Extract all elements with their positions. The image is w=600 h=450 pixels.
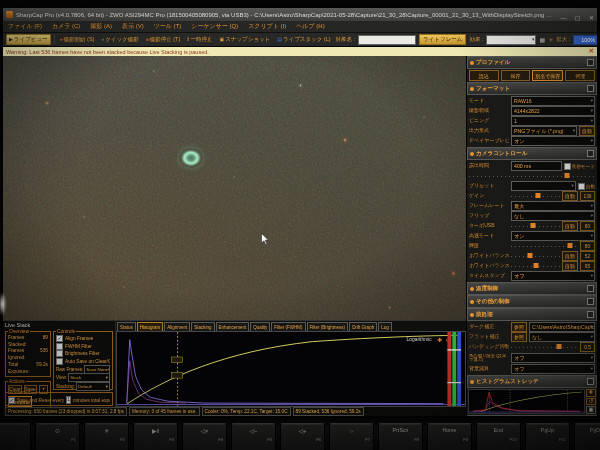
grid-icon[interactable]: ▦ — [539, 37, 545, 43]
slider-thumb[interactable] — [565, 173, 570, 178]
collapse-icon[interactable] — [587, 285, 594, 292]
move-icon[interactable]: ✚ — [438, 337, 443, 343]
collapse-icon[interactable] — [587, 85, 594, 92]
key-f4[interactable]: ◁×F4 — [182, 423, 227, 450]
file-path-value[interactable]: なし — [529, 332, 595, 342]
checkbox-brightness-filter[interactable]: Brightness Filter — [56, 350, 110, 358]
auto-button[interactable]: 自動 — [579, 126, 595, 136]
section-header-6[interactable]: ヒストグラムストレッチ — [467, 375, 597, 388]
setting-slider[interactable] — [469, 172, 595, 180]
slider-thumb[interactable] — [557, 344, 562, 349]
section-header-0[interactable]: プロファイル — [467, 56, 597, 69]
minutes-stepper[interactable]: 1 — [66, 396, 71, 404]
key-f8[interactable]: PrtScnF8 — [378, 423, 423, 450]
tab-drift-graph[interactable]: Drift Graph — [349, 322, 377, 331]
start-capture-button[interactable]: ●撮影開始 (S) — [58, 35, 97, 44]
stack-histogram[interactable]: Logarithmic ✚ ↺ — [116, 331, 466, 407]
browse-button[interactable]: 参照 — [511, 322, 527, 332]
green-level-bar[interactable] — [452, 332, 456, 406]
key-f11[interactable]: PgUpF11 — [525, 423, 570, 450]
apply-to-display-icon[interactable]: ▣ — [586, 406, 596, 414]
profile-button-2[interactable]: 別名で保存 — [532, 70, 563, 81]
menu-item-4[interactable]: ツール (T) — [154, 22, 182, 31]
setting-select[interactable]: 4144x2822 — [511, 106, 595, 116]
reticle-icon[interactable]: ✳ — [548, 37, 553, 43]
setting-input[interactable]: 400 ms — [511, 161, 562, 171]
level-slider-handle[interactable] — [447, 382, 461, 383]
setting-select[interactable]: RAW16 — [511, 96, 595, 106]
setting-select[interactable]: PNGファイル (*.png) — [511, 126, 577, 136]
auto-button[interactable]: 自動 — [562, 251, 578, 261]
key-f5[interactable]: ◁−F5 — [231, 423, 276, 450]
red-level-bar[interactable] — [447, 332, 451, 406]
target-name-input[interactable] — [358, 35, 416, 45]
slider-thumb[interactable] — [567, 243, 572, 248]
slider-thumb[interactable] — [535, 193, 540, 198]
checkbox-box[interactable] — [56, 350, 63, 357]
profile-button-3[interactable]: 管理 — [565, 70, 595, 81]
menu-item-1[interactable]: カメラ (C) — [52, 22, 80, 31]
tab-status[interactable]: Status — [117, 322, 136, 331]
collapse-icon[interactable] — [587, 298, 594, 305]
live-stack-button[interactable]: ▤ライブスタック (L) — [275, 35, 332, 44]
setting-select[interactable]: オフ — [511, 353, 595, 363]
menu-item-6[interactable]: スクリプト (I) — [248, 22, 286, 31]
setting-checkbox[interactable]: 自動 — [578, 183, 595, 190]
close-button[interactable]: ✕ — [589, 15, 594, 21]
level-slider-handle[interactable] — [447, 349, 461, 350]
slider-thumb[interactable] — [534, 263, 539, 268]
minimize-button[interactable]: — — [560, 15, 566, 21]
section-header-4[interactable]: その他の制御 — [467, 295, 597, 308]
key-f10[interactable]: EndF10 — [476, 423, 521, 450]
setting-slider[interactable] — [511, 252, 560, 260]
maximize-button[interactable]: ▢ — [575, 15, 581, 21]
quick-capture-button[interactable]: »クイック撮影 — [99, 35, 140, 44]
snapshot-button[interactable]: ▣スナップショット — [217, 35, 272, 44]
collapse-icon[interactable] — [587, 378, 594, 385]
tab-alignment[interactable]: Alignment — [164, 322, 190, 331]
reset-icon[interactable]: ↺ — [586, 398, 596, 406]
auto-button[interactable]: 自動 — [562, 221, 578, 231]
menu-item-2[interactable]: 撮影 (A) — [90, 22, 112, 31]
menu-item-0[interactable]: ファイル (F) — [8, 22, 42, 31]
setting-slider[interactable] — [511, 262, 560, 270]
key-f9[interactable]: HomeF9 — [427, 423, 472, 450]
menu-item-3[interactable]: 表示 (V) — [122, 22, 144, 31]
warning-close-icon[interactable]: ✕ — [589, 48, 594, 55]
setting-slider[interactable] — [511, 242, 578, 250]
tab-histogram[interactable]: Histogram — [137, 322, 164, 331]
checkbox-box[interactable] — [56, 358, 63, 365]
setting-select[interactable]: オン — [511, 136, 595, 146]
section-header-1[interactable]: フォーマット — [467, 82, 597, 95]
key-f2[interactable]: ☀F2 — [84, 423, 129, 450]
section-header-5[interactable]: 前処理 — [467, 308, 597, 321]
auto-button[interactable]: 自動 — [562, 191, 578, 201]
tab-filter-fwhm-[interactable]: Filter (FWHM) — [271, 322, 305, 331]
checkbox-fwhm-filter[interactable]: FWHM Filter — [56, 343, 110, 351]
effects-dropdown[interactable] — [486, 35, 536, 45]
profile-button-1[interactable]: 保存 — [501, 70, 531, 81]
auto-button[interactable]: 自動 — [562, 261, 578, 271]
collapse-icon[interactable] — [587, 311, 594, 318]
save-reset-checkbox[interactable]: ✓ — [8, 397, 15, 404]
checkbox-box[interactable] — [578, 183, 585, 190]
checkbox-box[interactable]: ✓ — [56, 335, 63, 342]
setting-select[interactable]: オン — [511, 231, 595, 241]
display-histogram-stretch[interactable]: ✚↺▣ — [467, 388, 597, 415]
setting-select[interactable]: 1 — [511, 116, 595, 126]
setting-select[interactable]: オフ — [511, 271, 595, 281]
blue-level-bar[interactable] — [457, 332, 461, 406]
menu-item-7[interactable]: ヘルプ (H) — [296, 22, 324, 31]
file-path-value[interactable]: C:\Users\Astro\SharpCap\darks\... — [529, 322, 595, 332]
frame-type-dropdown[interactable]: ライトフレーム — [419, 34, 466, 45]
zoom-dropdown[interactable]: 100% — [573, 35, 597, 45]
live-image-view[interactable] — [3, 56, 466, 320]
setting-checkbox[interactable]: 長秒モード — [564, 163, 595, 170]
profile-button-0[interactable]: 読込 — [469, 70, 499, 81]
key-f1[interactable]: ⊙F1 — [35, 423, 80, 450]
mini-histogram-plot[interactable] — [468, 389, 585, 414]
tab-stacking[interactable]: Stacking — [191, 322, 214, 331]
menu-item-5[interactable]: シーケンサー (Q) — [191, 22, 238, 31]
section-header-3[interactable]: 温度制御 — [467, 282, 597, 295]
setting-slider[interactable] — [511, 343, 578, 351]
